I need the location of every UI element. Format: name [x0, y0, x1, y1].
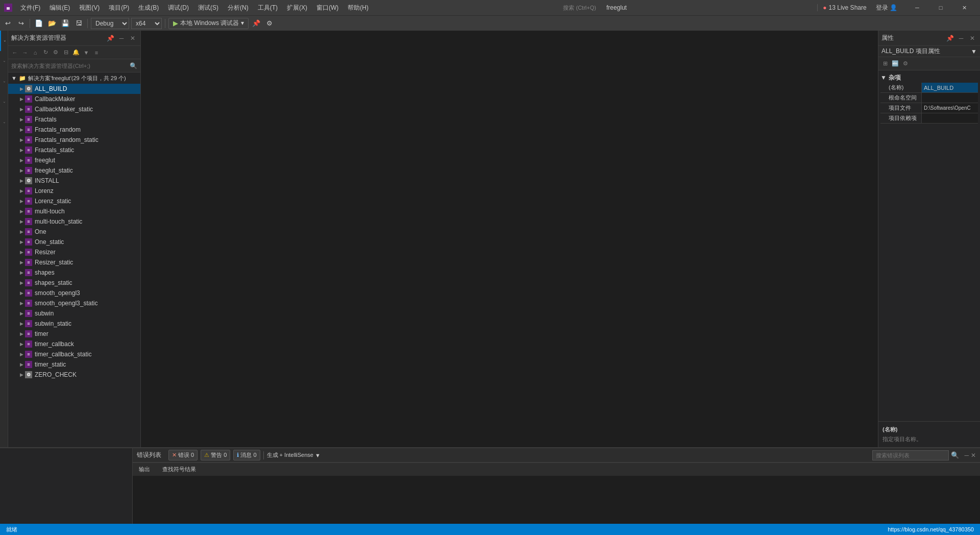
tree-item-fractals-random-static[interactable]: ▶ ≡ Fractals_random_static [8, 135, 140, 145]
tree-item-fractals[interactable]: ▶ ≡ Fractals [8, 114, 140, 125]
se-collapse-button[interactable]: ⊟ [61, 48, 70, 57]
tree-item-shapes[interactable]: ▶ ≡ shapes [8, 268, 140, 278]
tree-item-smooth-opengl3-static[interactable]: ▶ ≡ smooth_opengl3_static [8, 298, 140, 308]
redo-button[interactable]: ↪ [15, 18, 27, 29]
activity-debug[interactable]: › [0, 92, 8, 112]
tree-item-one[interactable]: ▶ ≡ One [8, 227, 140, 237]
menu-extensions[interactable]: 扩展(X) [283, 3, 311, 13]
se-home-button[interactable]: ⌂ [31, 48, 40, 57]
tree-item-multitouch[interactable]: ▶ ≡ multi-touch [8, 206, 140, 216]
prop-minimize-button[interactable]: ─ [957, 34, 966, 43]
el-search-icon[interactable]: 🔍 [951, 451, 959, 459]
menu-debug[interactable]: 调试(D) [164, 3, 193, 13]
error-filter-btn[interactable]: ✕ 错误 0 [168, 450, 198, 460]
tree-item-lorenz-static[interactable]: ▶ ≡ Lorenz_static [8, 196, 140, 206]
tree-item-timer-static[interactable]: ▶ ≡ timer_static [8, 359, 140, 370]
save-all-button[interactable]: 🖫 [73, 18, 84, 29]
se-settings-button[interactable]: ⚙ [51, 48, 60, 57]
tree-item-zero-check[interactable]: ▶ ⚙ ZERO_CHECK [8, 370, 140, 380]
tree-item-multitouch-static[interactable]: ▶ ≡ multi-touch_static [8, 216, 140, 227]
tree-item-fractals-random[interactable]: ▶ ≡ Fractals_random [8, 125, 140, 135]
prop-close-button[interactable]: ✕ [968, 34, 977, 43]
live-share-button[interactable]: ● 13 Live Share [817, 4, 871, 11]
find-symbol-tab[interactable]: 查找符号结果 [160, 465, 198, 474]
menu-window[interactable]: 窗口(W) [312, 3, 342, 13]
menu-test[interactable]: 测试(S) [194, 3, 223, 13]
tree-item-smooth-opengl3[interactable]: ▶ ≡ smooth_opengl3 [8, 288, 140, 298]
close-button[interactable]: ✕ [952, 0, 976, 15]
prop-val-namespace[interactable] [921, 93, 978, 103]
tree-item-one-static[interactable]: ▶ ≡ One_static [8, 237, 140, 247]
undo-button[interactable]: ↩ [2, 18, 13, 29]
config-button[interactable]: ⚙ [264, 18, 275, 29]
tree-item-resizer-static[interactable]: ▶ ≡ Resizer_static [8, 257, 140, 268]
se-search-icon[interactable]: 🔍 [130, 62, 137, 69]
se-forward-button[interactable]: → [20, 48, 30, 57]
prop-section-misc[interactable]: ▼ 杂项 [880, 72, 978, 83]
tree-item-callbackmaker[interactable]: ▶ ≡ CallbackMaker [8, 94, 140, 104]
tree-item-all-build[interactable]: ▶ ⚙ ALL_BUILD [8, 84, 140, 94]
prop-row-name[interactable]: (名称) ALL_BUILD [880, 83, 978, 93]
tree-container[interactable]: ▶ ⚙ ALL_BUILD ▶ ≡ CallbackMaker ▶ ≡ Call… [8, 84, 140, 447]
tree-item-shapes-static[interactable]: ▶ ≡ shapes_static [8, 278, 140, 288]
debug-config-select[interactable]: Debug Release [91, 18, 129, 29]
login-button[interactable]: 登录 👤 [872, 3, 901, 13]
menu-build[interactable]: 生成(B) [134, 3, 163, 13]
platform-select[interactable]: x64 x86 [131, 18, 162, 29]
status-url[interactable]: https://blog.csdn.net/qq_43780350 [886, 526, 976, 532]
tree-item-timer[interactable]: ▶ ≡ timer [8, 329, 140, 339]
activity-search[interactable]: › [0, 71, 8, 92]
menu-project[interactable]: 项目(P) [105, 3, 133, 13]
se-close-button[interactable]: ✕ [128, 34, 137, 43]
tree-item-resizer[interactable]: ▶ ≡ Resizer [8, 247, 140, 257]
se-pin-button[interactable]: 📌 [106, 34, 115, 43]
prop-val-name[interactable]: ALL_BUILD [921, 83, 978, 92]
activity-explorer[interactable]: › [0, 31, 8, 51]
info-filter-btn[interactable]: ℹ 消息 0 [233, 450, 260, 460]
se-sync-button[interactable]: ↻ [41, 48, 50, 57]
tree-item-timer-callback[interactable]: ▶ ≡ timer_callback [8, 339, 140, 349]
prop-properties-btn[interactable]: ⚙ [901, 59, 910, 68]
output-tab[interactable]: 输出 [137, 465, 152, 474]
menu-analyze[interactable]: 分析(N) [224, 3, 253, 13]
minimize-button[interactable]: ─ [905, 0, 929, 15]
open-button[interactable]: 📂 [46, 18, 58, 29]
prop-sort-category-btn[interactable]: ⊞ [880, 59, 890, 68]
se-props-button[interactable]: ≡ [92, 48, 101, 57]
se-filter-button[interactable]: ▼ [82, 48, 91, 57]
menu-edit[interactable]: 编辑(E) [45, 3, 74, 13]
run-button[interactable]: ▶ 本地 Windows 调试器 ▾ [168, 18, 249, 29]
activity-extensions[interactable]: › [0, 112, 8, 133]
prop-val-file[interactable]: D:\Softwares\OpenC [921, 103, 978, 113]
prop-dropdown-icon[interactable]: ▼ [971, 48, 977, 55]
tree-item-fractals-static[interactable]: ▶ ≡ Fractals_static [8, 145, 140, 155]
warn-filter-btn[interactable]: ⚠ 警告 0 [201, 450, 230, 460]
prop-sort-alpha-btn[interactable]: 🔤 [891, 59, 900, 68]
menu-view[interactable]: 视图(V) [75, 3, 104, 13]
tree-item-timer-callback-static[interactable]: ▶ ≡ timer_callback_static [8, 349, 140, 359]
tree-item-freeglut[interactable]: ▶ ≡ freeglut [8, 155, 140, 165]
tree-item-subwin[interactable]: ▶ ≡ subwin [8, 308, 140, 319]
activity-git[interactable]: › [0, 51, 8, 71]
el-search-input[interactable] [872, 450, 949, 460]
se-pending-button[interactable]: 🔔 [71, 48, 81, 57]
se-back-button[interactable]: ← [10, 48, 19, 57]
maximize-button[interactable]: □ [929, 0, 952, 15]
el-float-button[interactable]: ─ [964, 452, 969, 459]
menu-tools[interactable]: 工具(T) [254, 3, 282, 13]
se-minimize-button[interactable]: ─ [117, 34, 126, 43]
tree-item-callbackmaker-static[interactable]: ▶ ≡ CallbackMaker_static [8, 104, 140, 114]
pin-button[interactable]: 📌 [251, 18, 262, 29]
prop-row-deps[interactable]: 项目依赖项 [880, 113, 978, 124]
new-button[interactable]: 📄 [33, 18, 44, 29]
tree-item-install[interactable]: ▶ ⚙ INSTALL [8, 176, 140, 186]
tree-item-subwin-static[interactable]: ▶ ≡ subwin_static [8, 319, 140, 329]
prop-val-deps[interactable] [921, 113, 978, 123]
tree-item-lorenz[interactable]: ▶ ≡ Lorenz [8, 186, 140, 196]
prop-row-file[interactable]: 项目文件 D:\Softwares\OpenC [880, 103, 978, 113]
el-close-button[interactable]: ✕ [971, 452, 976, 459]
se-search-input[interactable] [11, 63, 128, 69]
save-button[interactable]: 💾 [60, 18, 71, 29]
build-filter-btn[interactable]: 生成 + IntelliSense ▼ [267, 451, 321, 459]
status-ready[interactable]: 就绪 [4, 526, 19, 533]
